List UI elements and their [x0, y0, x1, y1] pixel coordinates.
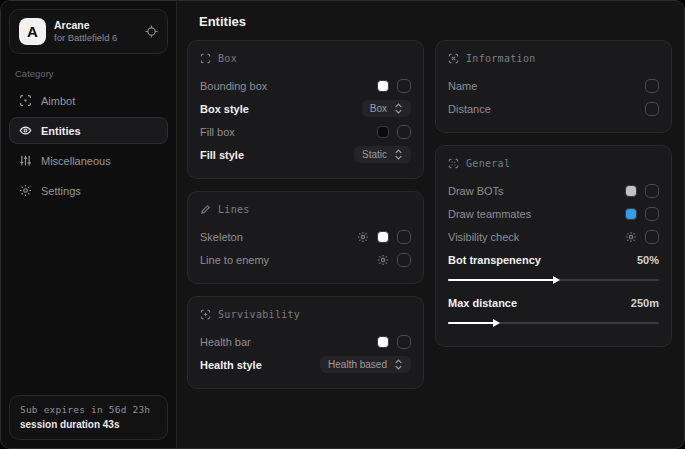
row-label: Health bar [200, 336, 251, 348]
name-checkbox[interactable] [645, 79, 659, 93]
sidebar-item-miscellaneous[interactable]: Miscellaneous [9, 147, 168, 174]
row-bot-transparency: Bot transpenency 50% [448, 248, 659, 271]
panel-title: Survivability [218, 309, 300, 320]
row-bounding-box: Bounding box [200, 74, 411, 97]
fill-box-checkbox[interactable] [397, 125, 411, 139]
fill-style-dropdown[interactable]: Static [354, 146, 411, 163]
color-swatch[interactable] [377, 231, 389, 243]
row-label: Fill box [200, 126, 235, 138]
sidebar-item-settings[interactable]: Settings [9, 177, 168, 204]
row-visibility-check: Visibility check [448, 225, 659, 248]
row-health-bar: Health bar [200, 330, 411, 353]
row-box-style: Box style Box [200, 97, 411, 120]
row-label: Draw teammates [448, 208, 531, 220]
row-draw-teammates: Draw teammates [448, 202, 659, 225]
color-swatch[interactable] [377, 126, 389, 138]
distance-checkbox[interactable] [645, 102, 659, 116]
sidebar-item-label: Aimbot [41, 95, 75, 107]
sidebar: A Arcane for Battlefield 6 Category [1, 1, 177, 448]
line-to-enemy-checkbox[interactable] [397, 253, 411, 267]
row-label: Bot transpenency [448, 254, 541, 266]
skeleton-checkbox[interactable] [397, 230, 411, 244]
aimbot-crosshair-icon [18, 94, 32, 107]
color-swatch[interactable] [377, 80, 389, 92]
max-distance-group: Max distance 250m [448, 291, 659, 324]
panel-title: Lines [218, 204, 250, 215]
box-style-dropdown[interactable]: Box [362, 100, 411, 117]
health-style-dropdown[interactable]: Health based [320, 356, 411, 373]
row-label: Fill style [200, 149, 244, 161]
row-label: Bounding box [200, 80, 267, 92]
panel-box: Box Bounding box Box style Box [187, 40, 424, 179]
box-corners-icon [200, 53, 211, 64]
page-title: Entities [199, 14, 674, 29]
sub-expiry-text: Sub expires in 56d 23h [20, 403, 157, 417]
information-icon [448, 53, 459, 64]
row-skeleton: Skeleton [200, 225, 411, 248]
session-duration-text: session duration 43s [20, 417, 157, 432]
row-label: Box style [200, 103, 249, 115]
bounding-box-checkbox[interactable] [397, 79, 411, 93]
sidebar-item-label: Settings [41, 185, 81, 197]
brand-text: Arcane for Battlefield 6 [54, 19, 137, 44]
panel-title: Information [466, 53, 536, 64]
brand-logo: A [19, 18, 46, 45]
panel-title: Box [218, 53, 237, 64]
chevron-up-down-icon [394, 149, 403, 160]
right-column: Information Name Distance [435, 40, 672, 389]
slider-fill [448, 279, 554, 281]
brand-subtitle: for Battlefield 6 [54, 32, 137, 44]
crosshair-icon[interactable] [145, 25, 158, 38]
skeleton-settings-gear-icon[interactable] [357, 231, 369, 243]
dropdown-value: Static [362, 149, 387, 160]
panel-title: General [466, 158, 510, 169]
app-window: A Arcane for Battlefield 6 Category [0, 0, 685, 449]
row-label: Line to enemy [200, 254, 269, 266]
dropdown-value: Box [370, 103, 387, 114]
row-name: Name [448, 74, 659, 97]
panel-survivability: Survivability Health bar Health style He… [187, 296, 424, 389]
line-to-enemy-settings-gear-icon[interactable] [377, 254, 389, 266]
visibility-settings-gear-icon[interactable] [625, 231, 637, 243]
survivability-icon [200, 309, 211, 320]
draw-bots-checkbox[interactable] [645, 184, 659, 198]
panel-information: Information Name Distance [435, 40, 672, 133]
brand-name: Arcane [54, 19, 137, 32]
sidebar-item-entities[interactable]: Entities [9, 117, 168, 144]
row-fill-box: Fill box [200, 120, 411, 143]
color-swatch[interactable] [377, 336, 389, 348]
row-label: Name [448, 80, 477, 92]
row-fill-style: Fill style Static [200, 143, 411, 166]
row-line-to-enemy: Line to enemy [200, 248, 411, 271]
health-bar-checkbox[interactable] [397, 335, 411, 349]
sidebar-item-aimbot[interactable]: Aimbot [9, 87, 168, 114]
bot-transparency-value: 50% [637, 254, 659, 266]
panel-lines: Lines Skeleton [187, 191, 424, 284]
left-column: Box Bounding box Box style Box [187, 40, 424, 389]
dropdown-value: Health based [328, 359, 387, 370]
color-swatch[interactable] [625, 185, 637, 197]
pencil-icon [200, 204, 211, 215]
general-grid-icon [448, 158, 459, 169]
sidebar-item-label: Miscellaneous [41, 155, 111, 167]
row-label: Health style [200, 359, 262, 371]
row-label: Visibility check [448, 231, 519, 243]
visibility-check-checkbox[interactable] [645, 230, 659, 244]
chevron-up-down-icon [394, 103, 403, 114]
row-max-distance: Max distance 250m [448, 291, 659, 314]
draw-teammates-checkbox[interactable] [645, 207, 659, 221]
row-label: Max distance [448, 297, 517, 309]
slider-fill [448, 322, 494, 324]
sliders-icon [18, 154, 32, 167]
sidebar-item-label: Entities [41, 125, 81, 137]
main-content: Entities Box Bounding box [177, 1, 684, 448]
bot-transparency-slider[interactable] [448, 279, 659, 281]
row-draw-bots: Draw BOTs [448, 179, 659, 202]
category-label: Category [15, 68, 162, 79]
row-health-style: Health style Health based [200, 353, 411, 376]
max-distance-slider[interactable] [448, 322, 659, 324]
bot-transparency-group: Bot transpenency 50% [448, 248, 659, 281]
color-swatch[interactable] [625, 208, 637, 220]
subscription-card: Sub expires in 56d 23h session duration … [9, 395, 168, 440]
chevron-up-down-icon [394, 359, 403, 370]
